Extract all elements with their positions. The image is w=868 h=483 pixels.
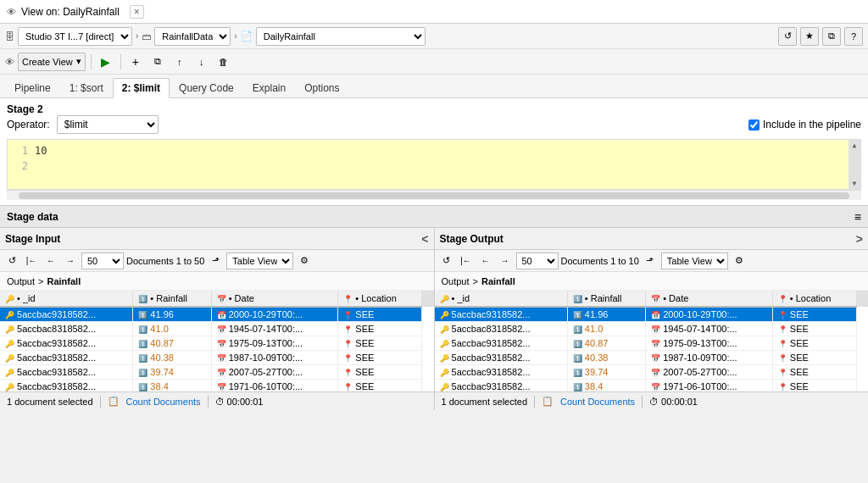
input-cell-rainfall: 1️⃣ 39.74 [133,365,211,380]
breadcrumb-arrow2: › [234,31,236,41]
input-nav-toolbar: ↺ |← ← → 50 Documents 1 to 50 ⬏ Table Vi… [0,250,434,272]
input-count-docs-label[interactable]: Count Documents [126,397,201,407]
input-timer: ⏱ 00:00:01 [215,397,264,407]
help-btn[interactable]: ? [844,27,863,46]
tab-querycode[interactable]: Query Code [170,78,243,97]
toolbar1: 🗄 Studio 3T I...7 [direct] › 🗃 RainfallD… [0,24,868,49]
output-cell-date: 📅 1945-07-14T00:... [646,322,773,336]
output-table-row[interactable]: 🔑 5accbac9318582... 1️⃣ 39.74 📅 2007-05-… [435,365,869,380]
stage-input-label: Stage Input [5,233,60,245]
tab-pipeline[interactable]: Pipeline [5,78,60,97]
output-nav-toolbar: ↺ |← ← → 50 Documents 1 to 10 ⬏ Table Vi… [435,250,869,272]
output-table-row[interactable]: 🔑 5accbac9318582... 1️⃣ 38.4 📅 1971-06-1… [435,380,869,392]
pane-arrow-left: < [421,232,428,246]
output-prev-btn[interactable]: ← [477,253,494,269]
stage-data-menu-icon[interactable]: ≡ [854,210,861,224]
add-btn[interactable]: + [126,53,145,71]
input-cell-location: 📍 SEE [338,322,422,336]
output-count-select[interactable]: 50 [516,253,559,269]
toolbar2-sep2 [120,54,121,69]
output-docs-range: Documents 1 to 10 [561,256,639,266]
scrollbar-down-icon[interactable]: ▼ [853,180,857,187]
tab-limit[interactable]: 2: $limit [113,78,170,98]
output-next-btn[interactable]: → [497,253,514,269]
code-editor[interactable]: 1 10 2 ▲ ▼ [7,139,861,190]
output-path-sep: > [473,276,478,286]
down-btn[interactable]: ↓ [192,53,211,71]
tab-options[interactable]: Options [295,78,348,97]
input-status-div2 [208,396,209,408]
input-table-row[interactable]: 🔑 5accbac9318582... 1️⃣ 38.4 📅 1971-06-1… [0,380,434,392]
coll-select[interactable]: DailyRainfall [256,27,426,46]
input-view-select[interactable]: Table View [226,253,293,269]
db-select[interactable]: RainfallData [154,27,231,46]
output-view-select[interactable]: Table View [661,253,728,269]
input-cell-date: 📅 1971-06-10T00:... [211,380,338,392]
input-cell-rainfall: 1️⃣ 40.87 [133,336,211,351]
pane-arrow-right: > [856,232,863,246]
refresh-btn[interactable]: ↺ [778,27,797,46]
input-col-location: 📍 • Location [338,291,422,307]
title-close[interactable]: × [130,5,144,19]
run-btn[interactable]: ▶ [97,53,115,71]
input-table-row[interactable]: 🔑 5accbac9318582... 1️⃣ 41.96 📅 2000-10-… [0,307,434,322]
input-prev-btn[interactable]: ← [42,253,59,269]
delete-btn[interactable]: 🗑 [214,53,233,71]
input-table-row[interactable]: 🔑 5accbac8318582... 1️⃣ 41.0 📅 1945-07-1… [0,322,434,336]
output-timer: ⏱ 00:00:01 [649,397,698,407]
include-pipeline-checkbox[interactable] [748,119,760,130]
input-cell-date: 📅 2000-10-29T00:... [211,307,338,322]
input-refresh-btn[interactable]: ↺ [3,253,20,269]
input-docs-range: Documents 1 to 50 [126,256,204,266]
input-next-btn[interactable]: → [62,253,79,269]
star-btn[interactable]: ★ [800,27,819,46]
input-cell-date: 📅 2007-05-27T00:... [211,365,338,380]
output-export-btn[interactable]: ⬏ [642,253,659,269]
output-table: 🔑 • _id 1️⃣ • Rainfall 📅 • Date 📍 • Loca… [435,291,869,391]
output-table-row[interactable]: 🔑 5accbac9318582... 1️⃣ 40.87 📅 1975-09-… [435,336,869,351]
stage-input-pane: Stage Input < ↺ |← ← → 50 Documents 1 to… [0,228,435,410]
input-cell-location: 📍 SEE [338,351,422,365]
input-table-row[interactable]: 🔑 5accbac9318582... 1️⃣ 40.87 📅 1975-09-… [0,336,434,351]
input-count-docs-icon: 📋 [108,396,120,407]
stage-title: Stage 2 [7,103,43,115]
duplicate-btn[interactable]: ⧉ [148,53,167,71]
output-table-row[interactable]: 🔑 5accbac8318582... 1️⃣ 41.0 📅 1945-07-1… [435,322,869,336]
create-view-btn[interactable]: Create View ▾ [18,53,86,71]
input-export-btn[interactable]: ⬏ [207,253,224,269]
input-table-row[interactable]: 🔑 5accbac9318582... 1️⃣ 39.74 📅 2007-05-… [0,365,434,380]
copy-btn[interactable]: ⧉ [822,27,841,46]
output-col-id: 🔑 • _id [435,291,568,307]
output-table-row[interactable]: 🔑 5accbac9318582... 1️⃣ 41.96 📅 2000-10-… [435,307,869,322]
tab-sort[interactable]: 1: $sort [60,78,113,97]
code-line-2: 2 [14,158,854,174]
output-path-label: Output [442,276,470,286]
stage-area: Stage 2 Operator: $limit Include in the … [0,98,868,206]
output-refresh-btn[interactable]: ↺ [438,253,455,269]
input-settings-btn[interactable]: ⚙ [296,253,313,269]
output-count-docs-label[interactable]: Count Documents [560,397,635,407]
output-cell-location: 📍 SEE [772,307,856,322]
output-cell-location: 📍 SEE [772,336,856,351]
output-cell-location: 📍 SEE [772,322,856,336]
output-cell-date: 📅 1987-10-09T00:... [646,351,773,365]
operator-select[interactable]: $limit [57,115,159,134]
input-first-btn[interactable]: |← [23,253,40,269]
output-cell-id: 🔑 5accbac9318582... [435,365,568,380]
output-cell-location: 📍 SEE [772,365,856,380]
up-btn[interactable]: ↑ [170,53,189,71]
output-settings-btn[interactable]: ⚙ [731,253,748,269]
output-first-btn[interactable]: |← [458,253,475,269]
output-table-row[interactable]: 🔑 5accbac9318582... 1️⃣ 40.38 📅 1987-10-… [435,351,869,365]
studio-select[interactable]: Studio 3T I...7 [direct] [18,27,132,46]
input-table-row[interactable]: 🔑 5accbac9318582... 1️⃣ 40.38 📅 1987-10-… [0,351,434,365]
input-cell-location: 📍 SEE [338,365,422,380]
title-bar: 👁 View on: DailyRainfall × [0,0,868,24]
tab-explain[interactable]: Explain [243,78,295,97]
output-pane-header: Stage Output > [435,228,869,250]
input-count-select[interactable]: 50 [81,253,124,269]
stage-data-title: Stage data [7,211,58,223]
input-cell-id: 🔑 5accbac9318582... [0,365,133,380]
output-pane-path: Output > Rainfall [435,272,869,291]
scrollbar-up-icon[interactable]: ▲ [853,142,857,149]
